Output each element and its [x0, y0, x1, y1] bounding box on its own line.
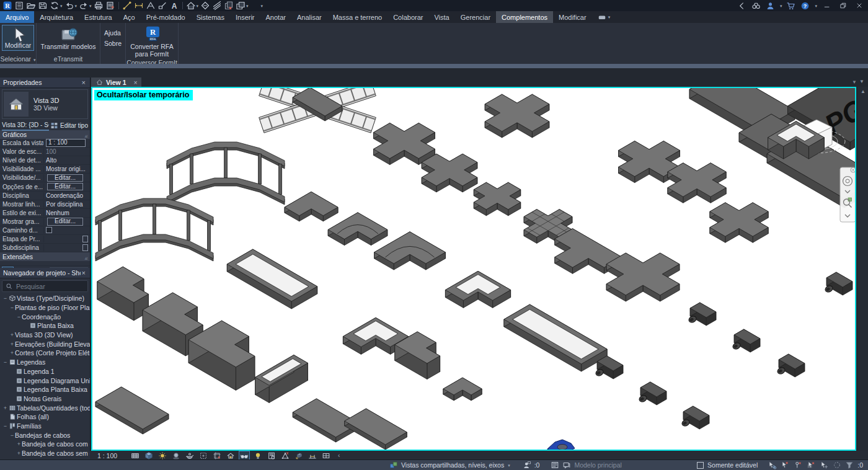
- property-row[interactable]: Subdisciplina: [0, 244, 90, 252]
- communicate-icon[interactable]: [562, 461, 571, 469]
- tree-expander[interactable]: −: [9, 432, 15, 438]
- open-icon[interactable]: [25, 1, 37, 11]
- model-element-elbow[interactable]: [285, 192, 338, 221]
- model-element-smallbend[interactable]: [443, 378, 482, 401]
- model-element-tray[interactable]: [227, 249, 317, 309]
- customize-icon[interactable]: ▾: [250, 1, 264, 11]
- ribbon-tab-9[interactable]: Massa e terreno: [327, 11, 388, 23]
- tree-expander[interactable]: +: [2, 405, 8, 411]
- tree-item[interactable]: −Famílias: [0, 422, 90, 431]
- ribbon-button[interactable]: Transmitir modelos: [38, 25, 99, 52]
- model-element-cross[interactable]: [374, 123, 435, 164]
- model-element-motor[interactable]: [638, 382, 666, 405]
- view-tab[interactable]: View 1 ×: [91, 78, 141, 87]
- tree-item[interactable]: Legenda Diagrama Uni: [0, 376, 90, 385]
- property-ellipsis-button[interactable]: [82, 236, 88, 242]
- editing-requests-icon[interactable]: [551, 461, 559, 469]
- property-row[interactable]: Visibilidade/...Editar...: [0, 174, 90, 182]
- help-icon[interactable]: ?: [800, 1, 810, 11]
- chevron-down-icon[interactable]: ▾: [815, 4, 817, 8]
- model-element-cross[interactable]: [606, 253, 680, 301]
- property-row[interactable]: Caminho d...: [0, 226, 90, 235]
- drawing-scroll-icon[interactable]: ▼: [859, 79, 864, 84]
- undo-icon[interactable]: ▾: [64, 1, 78, 11]
- editable-only-checkbox[interactable]: [697, 462, 704, 469]
- model-element-ladderbend[interactable]: [167, 142, 285, 205]
- type-selector[interactable]: Vista 3D 3D View: [2, 89, 88, 119]
- ribbon-button-ajuda[interactable]: Ajuda: [102, 29, 124, 37]
- measure-icon[interactable]: [122, 1, 133, 11]
- user-icon[interactable]: [765, 1, 776, 11]
- design-option-select[interactable]: Modelo principal: [574, 461, 621, 469]
- tree-expander[interactable]: +: [9, 350, 15, 356]
- ribbon-button-sobre[interactable]: Sobre: [102, 39, 124, 48]
- ribbon-tab-6[interactable]: Inserir: [230, 11, 260, 23]
- collapse-icon[interactable]: [737, 1, 747, 11]
- property-row[interactable]: DisciplinaCoordenação: [0, 192, 90, 200]
- model-element-motor[interactable]: [824, 272, 852, 295]
- property-input[interactable]: 1 : 100: [46, 139, 86, 147]
- property-row[interactable]: Visibilidade ...Mostrar origi...: [0, 165, 90, 174]
- ribbon-tab-5[interactable]: Sistemas: [191, 11, 230, 23]
- property-row[interactable]: Estilo de exi...Nenhum: [0, 209, 90, 218]
- property-edit-button[interactable]: Editar...: [47, 218, 83, 226]
- text-icon[interactable]: A: [169, 1, 180, 11]
- model-element-laddercross[interactable]: [259, 88, 376, 133]
- model-element-motor[interactable]: [688, 303, 716, 326]
- ribbon-panel-label[interactable]: Selecionar ▾: [0, 55, 36, 64]
- select-links-icon[interactable]: [768, 461, 776, 469]
- tree-expander[interactable]: −: [16, 314, 22, 320]
- model-element-motor[interactable]: [681, 406, 709, 429]
- model-element-tray[interactable]: [504, 304, 607, 371]
- save-icon[interactable]: [37, 1, 48, 11]
- model-element-plate[interactable]: [345, 409, 407, 450]
- select-by-face-icon[interactable]: [807, 461, 815, 469]
- tree-expander[interactable]: −: [2, 423, 8, 429]
- property-row[interactable]: Escala da vista1 : 100: [0, 139, 90, 148]
- tree-item[interactable]: −Bandejas de cabos: [0, 430, 90, 440]
- property-row[interactable]: Nível de det...Alto: [0, 156, 90, 165]
- view-scale-button[interactable]: 1 : 100: [97, 452, 130, 459]
- model-element-motor[interactable]: [776, 354, 805, 377]
- model-element-quarter[interactable]: [328, 213, 388, 246]
- select-pinned-icon[interactable]: [794, 461, 802, 469]
- tree-item[interactable]: Planta Baixa: [0, 321, 90, 330]
- model-element-motor[interactable]: [732, 329, 760, 352]
- model-element-navbar[interactable]: [840, 167, 855, 222]
- close-view-icon[interactable]: ×: [134, 79, 138, 86]
- ribbon-tab-7[interactable]: Anotar: [260, 11, 291, 23]
- chevron-down-icon[interactable]: ▾: [780, 4, 782, 8]
- tree-expander[interactable]: +: [9, 332, 15, 338]
- property-row[interactable]: Mostrar gra...Editar...: [0, 218, 90, 226]
- section-graphics[interactable]: Gráficos⁁⁁: [0, 130, 90, 139]
- ribbon-tab-13[interactable]: Complementos: [496, 11, 553, 23]
- tree-expander[interactable]: −: [2, 295, 8, 301]
- tree-item[interactable]: Legenda Planta Baixa: [0, 385, 90, 394]
- model-element-cross[interactable]: [668, 163, 726, 203]
- transfer-icon[interactable]: [105, 1, 116, 11]
- property-row[interactable]: Opções de e...Editar...: [0, 182, 90, 191]
- ribbon-tab-1[interactable]: Arquitetura: [34, 11, 79, 23]
- model-element-plate[interactable]: [95, 387, 169, 434]
- tree-item[interactable]: −Plantas de piso (Floor Plan): [0, 303, 90, 313]
- model-element-zplate[interactable]: [97, 267, 149, 321]
- ribbon-button[interactable]: Modificar: [2, 25, 35, 51]
- search-icon[interactable]: [751, 1, 761, 11]
- ribbon-tab-2[interactable]: Estrutura: [79, 11, 118, 23]
- filter-icon[interactable]: [845, 461, 854, 469]
- home-icon[interactable]: ▾: [185, 1, 200, 11]
- model-element-cross[interactable]: [710, 203, 768, 242]
- active-users-icon[interactable]: [523, 461, 531, 469]
- ribbon-tab-11[interactable]: Vista: [428, 11, 454, 23]
- switch-windows-icon[interactable]: ▾: [235, 1, 249, 11]
- redo-icon[interactable]: ▾: [78, 1, 92, 11]
- tree-item[interactable]: −Legendas: [0, 358, 90, 367]
- minimize-button[interactable]: [821, 1, 833, 11]
- section-extensions[interactable]: Extensões⁁⁁: [0, 252, 90, 261]
- tree-item[interactable]: +Bandeja de cabos sem c: [0, 449, 90, 458]
- tree-item[interactable]: +Cortes (Corte Projeto Elétri: [0, 348, 90, 358]
- tree-item[interactable]: +Tabelas/Quantidades (tod: [0, 403, 90, 412]
- ribbon-button[interactable]: RRFAConverter RFA para FormIt: [127, 25, 176, 59]
- dimension-icon[interactable]: [133, 1, 144, 11]
- ribbon-tab-0[interactable]: Arquivo: [0, 11, 34, 23]
